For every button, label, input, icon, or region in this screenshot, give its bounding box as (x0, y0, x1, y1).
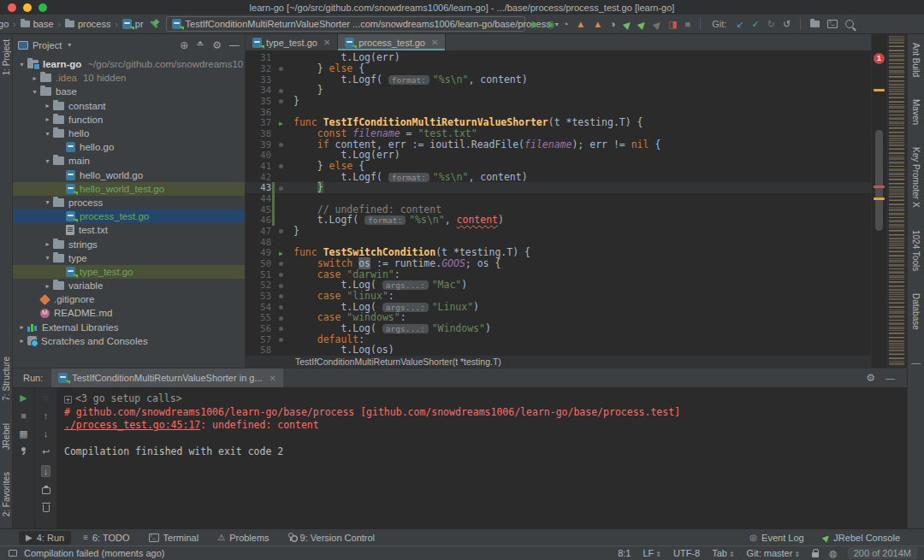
fold-marker-icon[interactable] (279, 305, 283, 309)
code-line[interactable]: 39 if content, err := ioutil.ReadFile(fi… (246, 139, 871, 150)
fold-marker-icon[interactable] (279, 262, 283, 266)
gear-icon[interactable]: ⚙ (212, 39, 222, 51)
code-editor[interactable]: 31 t.Log(err)32 } else {33 t.Logf( forma… (246, 51, 871, 355)
fold-marker-icon[interactable] (279, 67, 283, 71)
breadcrumb-item[interactable]: base (21, 19, 54, 29)
editor-scrollbar[interactable] (875, 130, 883, 231)
tree-item[interactable]: README.md (13, 306, 245, 320)
toolwindow-button-4-run[interactable]: ▶4: Run (19, 531, 71, 545)
code-line[interactable]: 43 } (246, 182, 871, 193)
editor-tab[interactable]: process_test.go✕ (338, 34, 446, 50)
chevron-right-icon[interactable]: ▸ (16, 323, 27, 331)
collapse-all-icon[interactable] (196, 41, 204, 50)
fold-marker-icon[interactable] (279, 327, 283, 331)
highlighting-level-icon[interactable]: ◍ (829, 548, 838, 559)
tree-item[interactable]: ▸Scratches and Consoles (13, 334, 245, 348)
tree-item[interactable]: ▾main (13, 154, 245, 168)
gear-icon[interactable]: ⚙ (866, 372, 875, 384)
toolwindow-toggle-icon[interactable] (9, 550, 17, 557)
minimize-window-button[interactable] (23, 3, 32, 12)
code-line[interactable]: 51 case "darwin": (246, 268, 871, 280)
fold-marker-icon[interactable] (279, 338, 283, 342)
chevron-down-icon[interactable]: ▾ (42, 157, 53, 165)
chevron-right-icon[interactable]: ▸ (42, 102, 53, 109)
code-line[interactable]: 47} (246, 226, 871, 237)
chevron-down-icon[interactable]: ▾ (16, 61, 27, 68)
stop-icon[interactable]: ■ (21, 411, 27, 421)
toolwindow-button-jrebel[interactable]: JRebel (2, 423, 11, 450)
toolwindow-button-ant-build[interactable]: Ant Build (911, 43, 921, 77)
code-line[interactable]: 55 case "windows": (246, 312, 871, 323)
code-line[interactable]: 35} (246, 96, 871, 107)
code-line[interactable]: 45 // undefined: content (246, 203, 871, 215)
chevron-right-icon[interactable]: ▸ (42, 115, 53, 123)
git-rollback-icon[interactable]: ↺ (783, 20, 791, 29)
lock-icon[interactable] (812, 552, 819, 557)
code-line[interactable]: 42 t.Logf( format:"%s\n", content) (246, 171, 871, 182)
zoom-window-button[interactable] (38, 3, 47, 12)
breadcrumb-item[interactable]: process (65, 19, 111, 29)
code-line[interactable]: 56 t.Log( args...:"Windows") (246, 323, 871, 334)
fold-icon[interactable]: + (64, 396, 72, 404)
chevron-down-icon[interactable]: ▾ (42, 130, 53, 138)
code-line[interactable]: 38 const filename = "test.txt" (246, 128, 871, 139)
stripe-mark[interactable] (874, 89, 885, 91)
fold-marker-icon[interactable] (279, 164, 283, 168)
up-stack-icon[interactable]: ↑ (44, 411, 49, 421)
toolwindow-button-terminal[interactable]: Terminal (142, 531, 206, 545)
status-widget[interactable]: 8:1 (618, 548, 631, 558)
search-everywhere-icon[interactable] (845, 20, 854, 28)
locate-file-icon[interactable]: ⊕ (180, 39, 188, 51)
down-stack-icon[interactable]: ↓ (44, 429, 49, 439)
code-minimap[interactable] (886, 34, 907, 368)
git-history-icon[interactable]: ↻ (767, 20, 775, 29)
debug-icon[interactable]: ◉ (547, 20, 555, 29)
tree-item[interactable]: ▾learn-go~/go/src/github.com/snowdreams1… (13, 57, 245, 71)
status-widget[interactable]: Git: master⇕ (747, 548, 801, 558)
chevron-down-icon[interactable]: ▾ (42, 198, 53, 206)
code-line[interactable]: 54 t.Log( args...:"Linux") (246, 301, 871, 312)
code-line[interactable]: 53 case "linux": (246, 291, 871, 302)
toolwindow-button-6-todo[interactable]: ≡6: TODO (76, 531, 136, 545)
tree-item[interactable]: hello_world_test.go (13, 182, 245, 196)
code-line[interactable]: 32 } else { (246, 63, 871, 74)
toolwindow-button-7-structure[interactable]: 7: Structure (2, 357, 11, 401)
build-hammer-icon[interactable] (149, 19, 159, 29)
filter-icon[interactable]: ◌ (43, 393, 49, 403)
jrebel-run-icon[interactable]: ▶ (621, 18, 633, 30)
toolwindow-button-1-project[interactable]: 1: Project (2, 39, 11, 75)
jrebel-remote-icon[interactable]: ▶ (651, 18, 663, 30)
toolwindow-button-maven[interactable]: Maven (911, 99, 921, 125)
toolwindow-button-jrebel-console[interactable]: ▶JRebel Console (816, 531, 907, 545)
status-widget[interactable]: UTF-8 (673, 548, 700, 558)
pin-icon[interactable] (20, 447, 27, 455)
code-line[interactable]: 41 } else { (246, 161, 871, 172)
run-anything-icon[interactable] (827, 20, 838, 28)
code-line[interactable]: 36 (246, 106, 871, 117)
tree-item[interactable]: hello_world.go (13, 168, 245, 182)
toolwindow-button-problems[interactable]: ⚠Problems (210, 531, 275, 545)
code-line[interactable]: 44 (246, 193, 871, 204)
fold-marker-icon[interactable] (279, 143, 283, 147)
tree-item[interactable]: ▸External Libraries (13, 321, 245, 334)
minimized-toolwindow-icon[interactable]: — (911, 357, 921, 368)
chevron-down-icon[interactable]: ▾ (42, 254, 53, 262)
code-line[interactable]: 40 t.Log(err) (246, 150, 871, 161)
file-link[interactable]: ./process_test.go:45:17 (64, 419, 200, 431)
close-icon[interactable]: ✕ (270, 374, 276, 383)
tree-item[interactable]: ▸variable (13, 279, 245, 292)
profiler-icon[interactable]: ▲ (576, 20, 585, 29)
status-message[interactable]: Compilation failed (moments ago) (24, 548, 164, 558)
tree-item[interactable]: hello.go (13, 140, 245, 154)
close-icon[interactable]: ✕ (431, 38, 438, 47)
fold-marker-icon[interactable] (279, 89, 283, 93)
tree-item[interactable]: ▾base (13, 85, 245, 98)
status-widget[interactable]: Tab⇕ (712, 548, 734, 558)
chevron-right-icon[interactable]: ▸ (42, 240, 53, 248)
fold-marker-icon[interactable] (279, 99, 283, 103)
tree-item[interactable]: ▸.idea10 hidden (13, 71, 245, 85)
tree-item[interactable]: ▸function (13, 113, 245, 127)
chevron-right-icon[interactable]: ▸ (42, 282, 53, 290)
error-stripe[interactable]: 1 (871, 34, 886, 368)
toolwindow-button-key-promoter-x[interactable]: Key Promoter X (911, 147, 921, 208)
